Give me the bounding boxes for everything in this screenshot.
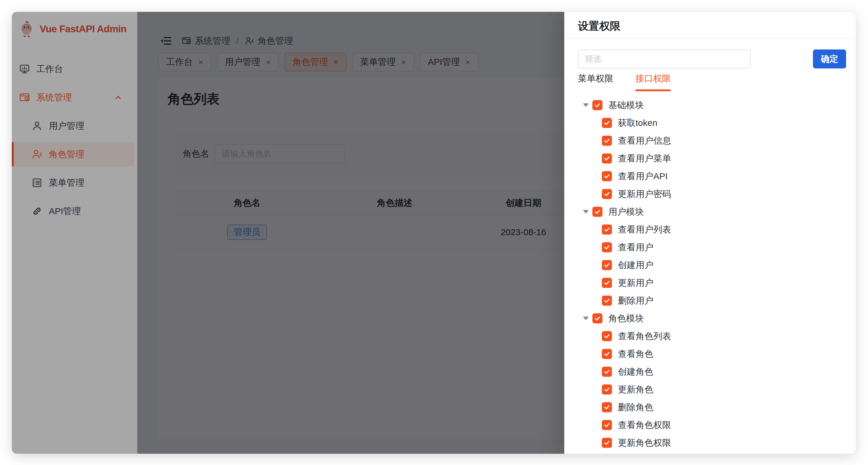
checkbox-checked-icon[interactable] [602,171,612,181]
tree-node-label: 角色模块 [608,313,644,325]
caret-down-icon[interactable] [583,317,589,320]
permission-tree: 基础模块获取token查看用户信息查看用户菜单查看用户API更新用户密码用户模块… [564,96,856,454]
tree-node-label: 删除角色 [618,401,653,413]
checkbox-checked-icon[interactable] [602,225,612,235]
checkbox-checked-icon[interactable] [602,136,612,146]
confirm-button[interactable]: 确定 [813,50,846,68]
tree-node-13[interactable]: 查看角色列表 [564,327,856,345]
checkbox-checked-icon[interactable] [602,242,612,252]
checkbox-checked-icon[interactable] [592,313,602,323]
tree-node-label: 用户模块 [608,206,644,218]
tree-node-14[interactable]: 查看角色 [564,345,856,363]
tree-node-label: 创建角色 [618,366,653,378]
tree-node-label: 基础模块 [608,99,644,111]
caret-down-icon[interactable] [583,210,589,213]
checkbox-checked-icon[interactable] [602,402,612,412]
tab-menu-permissions[interactable]: 菜单权限 [578,72,613,89]
permissions-drawer: 设置权限 确定 菜单权限 接口权限 基础模块获取token查看用户信息查看用户菜… [564,12,856,454]
checkbox-checked-icon[interactable] [602,438,612,448]
tree-node-label: 更新用户密码 [618,188,671,200]
tree-node-11[interactable]: 删除用户 [564,292,856,310]
tree-node-label: 获取token [618,117,657,129]
filter-input[interactable] [578,50,751,68]
tree-node-8[interactable]: 查看用户 [564,238,856,256]
caret-down-icon[interactable] [583,104,589,107]
checkbox-checked-icon[interactable] [602,331,612,341]
checkbox-checked-icon[interactable] [602,118,612,128]
tree-node-15[interactable]: 创建角色 [564,363,856,381]
modal-overlay-left[interactable] [12,12,564,454]
checkbox-checked-icon[interactable] [602,278,612,288]
screenshot-stage: Vue FastAPI Admin 工作台系统管理用户管理角色管理菜单管理API… [0,0,868,465]
tree-node-3[interactable]: 查看用户菜单 [564,150,856,167]
checkbox-checked-icon[interactable] [602,367,612,377]
tree-node-label: 查看用户菜单 [618,152,671,165]
tree-node-label: 删除用户 [618,295,653,307]
checkbox-checked-icon[interactable] [602,349,612,359]
tree-node-label: 查看用户信息 [618,135,671,147]
tree-node-label: 更新角色 [618,383,653,396]
tree-node-label: 查看用户 [618,241,653,254]
tree-node-0[interactable]: 基础模块 [564,96,856,114]
tree-node-label: 查看角色权限 [618,419,671,431]
tree-node-4[interactable]: 查看用户API [564,167,856,185]
tree-node-label: 创建用户 [618,259,653,271]
tree-node-label: 查看角色列表 [618,330,671,342]
permission-tabs: 菜单权限 接口权限 [578,72,693,89]
tree-node-5[interactable]: 更新用户密码 [564,185,856,203]
tree-node-1[interactable]: 获取token [564,114,856,132]
checkbox-checked-icon[interactable] [592,100,602,110]
drawer-header: 设置权限 [564,12,856,39]
tree-node-12[interactable]: 角色模块 [564,310,856,327]
drawer-title: 设置权限 [578,19,621,33]
checkbox-checked-icon[interactable] [602,260,612,270]
checkbox-checked-icon[interactable] [602,296,612,306]
app-window: Vue FastAPI Admin 工作台系统管理用户管理角色管理菜单管理API… [12,12,856,454]
checkbox-checked-icon[interactable] [592,207,602,217]
tree-node-6[interactable]: 用户模块 [564,203,856,221]
tree-node-label: 更新用户 [618,277,653,289]
checkbox-checked-icon[interactable] [602,189,612,199]
tree-node-10[interactable]: 更新用户 [564,274,856,292]
checkbox-checked-icon[interactable] [602,153,612,164]
tree-node-9[interactable]: 创建用户 [564,256,856,274]
tree-node-2[interactable]: 查看用户信息 [564,132,856,150]
tree-node-label: 查看角色 [618,348,653,360]
tree-node-7[interactable]: 查看用户列表 [564,221,856,238]
tree-node-label: 更新角色权限 [618,437,671,449]
tab-api-permissions[interactable]: 接口权限 [635,72,671,89]
tree-node-17[interactable]: 删除角色 [564,398,856,416]
tree-node-label: 查看用户API [618,170,668,182]
tree-node-label: 查看用户列表 [618,224,671,236]
checkbox-checked-icon[interactable] [602,384,612,395]
tree-node-19[interactable]: 更新角色权限 [564,434,856,452]
tree-node-18[interactable]: 查看角色权限 [564,416,856,434]
tree-node-16[interactable]: 更新角色 [564,381,856,398]
checkbox-checked-icon[interactable] [602,420,612,430]
